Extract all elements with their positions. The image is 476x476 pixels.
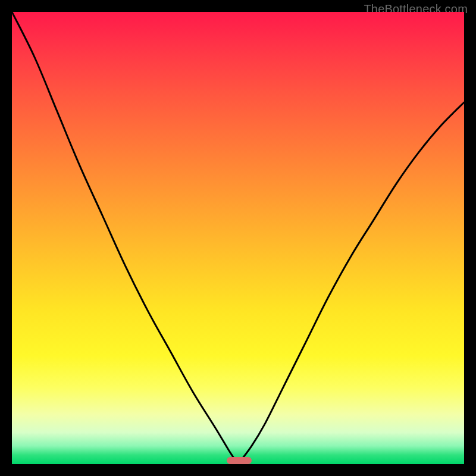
optimal-marker <box>227 457 252 464</box>
curve-right-branch <box>238 102 464 464</box>
bottleneck-curve <box>12 12 464 464</box>
curve-left-branch <box>12 12 238 464</box>
plot-area <box>12 12 464 464</box>
chart-stage: TheBottleneck.com <box>0 0 476 476</box>
